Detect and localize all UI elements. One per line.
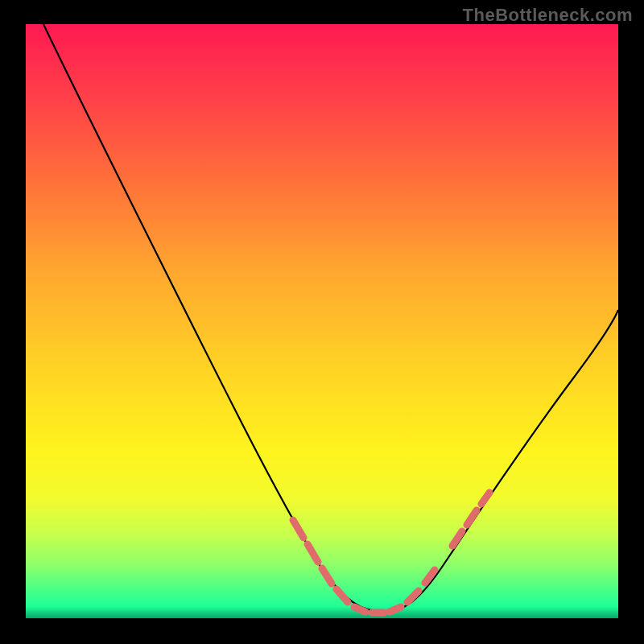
chart-container: TheBottleneck.com	[0, 0, 644, 644]
curve-svg	[26, 24, 618, 618]
watermark-text: TheBottleneck.com	[463, 5, 633, 26]
highlight-dashes	[293, 493, 489, 613]
bottleneck-curve-line	[43, 24, 618, 612]
plot-area	[26, 24, 618, 618]
